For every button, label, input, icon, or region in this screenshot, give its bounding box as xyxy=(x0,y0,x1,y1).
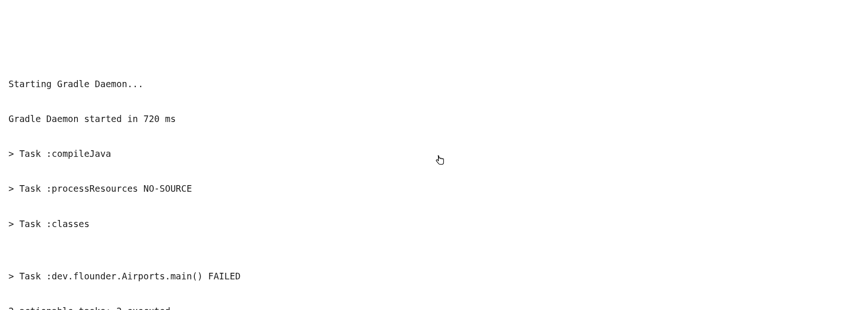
log-line: > Task :dev.flounder.Airports.main() FAI… xyxy=(8,268,866,285)
log-line: > Task :classes xyxy=(8,215,866,233)
log-line: 2 actionable tasks: 2 executed xyxy=(8,302,866,310)
log-line: Starting Gradle Daemon... xyxy=(8,75,866,93)
log-line: > Task :compileJava xyxy=(8,145,866,163)
log-line: > Task :processResources NO-SOURCE xyxy=(8,180,866,197)
log-line: Gradle Daemon started in 720 ms xyxy=(8,110,866,128)
